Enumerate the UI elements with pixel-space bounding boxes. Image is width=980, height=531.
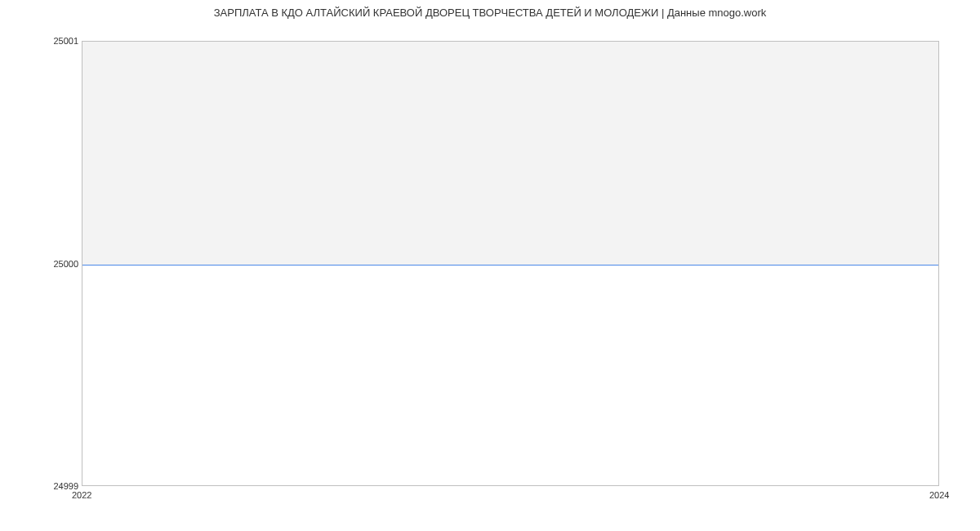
x-tick-0: 2022: [72, 490, 91, 500]
chart-title: ЗАРПЛАТА В КДО АЛТАЙСКИЙ КРАЕВОЙ ДВОРЕЦ …: [0, 7, 980, 19]
area-fill: [82, 42, 938, 265]
y-tick-1: 25000: [53, 259, 78, 269]
data-line: [82, 265, 938, 266]
plot-area: [82, 41, 939, 486]
x-tick-1: 2024: [929, 490, 949, 500]
chart-container: ЗАРПЛАТА В КДО АЛТАЙСКИЙ КРАЕВОЙ ДВОРЕЦ …: [0, 0, 980, 531]
y-tick-2: 25001: [53, 36, 78, 46]
